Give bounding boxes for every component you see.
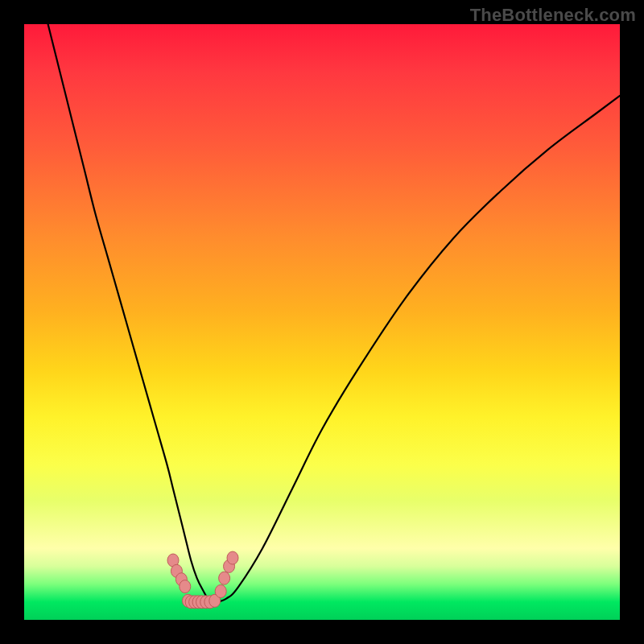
watermark-text: TheBottleneck.com bbox=[470, 5, 636, 26]
chart-svg bbox=[24, 24, 620, 620]
markers-group bbox=[167, 551, 238, 609]
data-marker bbox=[180, 580, 191, 593]
bottleneck-curve bbox=[48, 24, 620, 602]
data-marker bbox=[215, 584, 226, 597]
data-marker bbox=[219, 572, 230, 584]
data-marker bbox=[227, 551, 238, 564]
chart-frame: TheBottleneck.com bbox=[0, 0, 644, 644]
plot-area bbox=[24, 24, 620, 620]
